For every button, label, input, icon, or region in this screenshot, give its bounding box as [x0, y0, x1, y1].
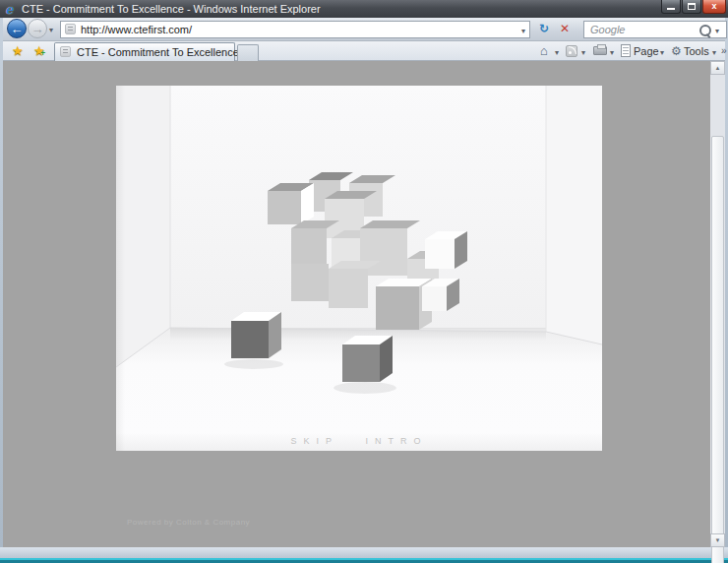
close-button[interactable]: x: [702, 0, 726, 14]
search-placeholder[interactable]: Google: [590, 24, 625, 35]
home-dropdown-icon[interactable]: ▾: [555, 48, 559, 57]
tab-command-bar: ★ ★+ CTE - Commitment To Excellence ⌂ ▾ …: [3, 41, 725, 61]
print-dropdown-icon[interactable]: ▾: [610, 48, 614, 57]
history-dropdown-icon[interactable]: ▾: [49, 26, 53, 34]
stop-button[interactable]: ✕: [560, 22, 570, 35]
maximize-icon: [688, 3, 696, 10]
minimize-icon: [667, 8, 675, 10]
tab-favicon: [60, 46, 71, 57]
url-text[interactable]: http://www.ctefirst.com/: [81, 24, 192, 35]
star-icon: ★: [12, 43, 24, 58]
tools-dropdown-icon[interactable]: ▾: [712, 48, 716, 57]
scroll-up-icon: ▲: [715, 65, 721, 71]
window-border-bottom: [0, 547, 728, 558]
plus-icon: +: [40, 48, 45, 58]
search-dropdown-icon[interactable]: ▾: [715, 27, 719, 35]
window-title: CTE - Commitment To Excellence - Windows…: [22, 3, 321, 15]
tab-label: CTE - Commitment To Excellence: [77, 46, 239, 58]
tab-cte[interactable]: CTE - Commitment To Excellence: [54, 42, 235, 61]
forward-arrow-icon: →: [31, 22, 44, 36]
gear-icon[interactable]: ⚙: [671, 44, 682, 58]
address-bar[interactable]: http://www.ctefirst.com/ ▾: [60, 21, 530, 38]
page-icon[interactable]: [621, 44, 631, 57]
forward-button[interactable]: →: [28, 19, 47, 38]
back-arrow-icon: ←: [11, 22, 24, 36]
powered-by-text: Powered by Colton & Company: [127, 518, 250, 527]
intro-3d-scene: [116, 86, 602, 451]
scroll-up-button[interactable]: ▲: [710, 61, 725, 75]
title-bar: e CTE - Commitment To Excellence - Windo…: [0, 0, 728, 18]
taskbar-edge: [0, 558, 728, 563]
favorites-center-button[interactable]: ★: [12, 43, 24, 58]
print-icon[interactable]: [593, 46, 607, 55]
rss-feed-icon[interactable]: [566, 45, 577, 57]
page-menu-button[interactable]: Page: [634, 45, 659, 57]
maximize-button[interactable]: [682, 0, 701, 14]
home-icon[interactable]: ⌂: [540, 43, 548, 58]
page-dropdown-icon[interactable]: ▾: [660, 48, 664, 57]
address-dropdown-icon[interactable]: ▾: [521, 27, 525, 35]
minimize-button[interactable]: [661, 0, 681, 14]
new-tab-button[interactable]: [237, 44, 259, 61]
ie-logo-icon: e: [5, 2, 19, 16]
search-icon[interactable]: [699, 25, 711, 36]
overflow-chevron-icon[interactable]: »: [721, 45, 727, 56]
navigation-bar: ← → ▾ http://www.ctefirst.com/ ▾ ↻ ✕ Goo…: [3, 18, 725, 41]
site-favicon: [65, 24, 76, 34]
add-favorite-button[interactable]: ★+: [33, 43, 45, 58]
scrollbar-thumb[interactable]: [711, 136, 724, 563]
browser-viewport: SKIP INTRO Powered by Colton & Company: [3, 61, 710, 547]
search-box[interactable]: Google ▾: [583, 21, 727, 38]
back-button[interactable]: ←: [7, 19, 27, 38]
vertical-scrollbar[interactable]: ▲ ▼: [710, 61, 725, 547]
flash-intro-stage[interactable]: SKIP INTRO: [116, 86, 602, 451]
close-icon: x: [703, 1, 725, 11]
scroll-down-button[interactable]: ▼: [710, 533, 725, 547]
refresh-button[interactable]: ↻: [539, 22, 549, 35]
tools-menu-button[interactable]: Tools: [684, 45, 709, 57]
skip-intro-button[interactable]: SKIP INTRO: [116, 436, 602, 446]
rss-dropdown-icon[interactable]: ▾: [581, 48, 585, 57]
scroll-down-icon: ▼: [715, 537, 721, 543]
